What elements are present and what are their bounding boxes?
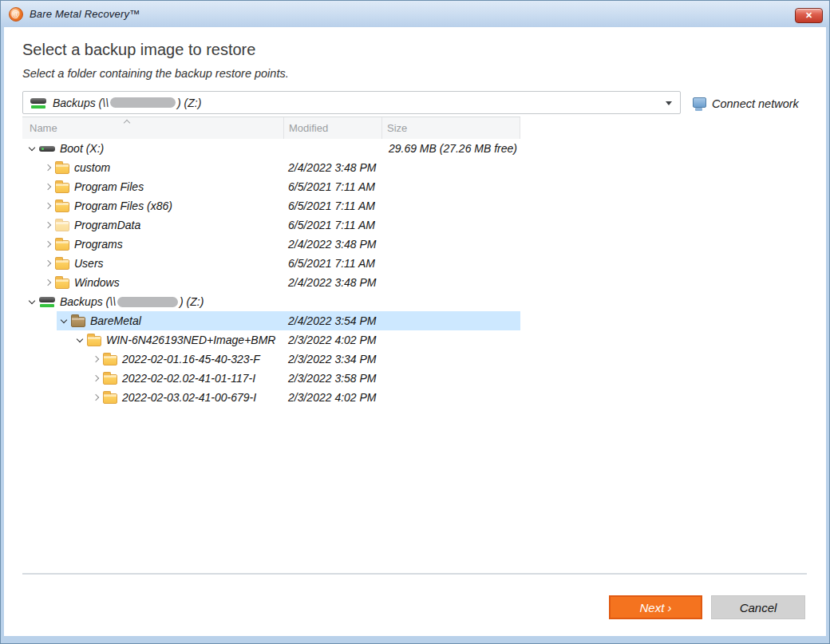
close-button[interactable]: ✕ — [795, 8, 823, 23]
name-cell: 2022-02-01.16-45-40-323-F — [22, 353, 283, 365]
tree-row[interactable]: Backups (\\) (Z:) — [22, 292, 520, 311]
expand-chevron-icon[interactable] — [45, 222, 51, 228]
folder-icon — [55, 202, 69, 212]
expand-chevron-icon[interactable] — [93, 356, 99, 362]
item-name: Windows — [74, 276, 120, 289]
item-modified: 2/3/2022 4:02 PM — [283, 391, 381, 404]
tree-row[interactable]: BareMetal 2/4/2022 3:54 PM — [22, 311, 520, 330]
page-title: Select a backup image to restore — [22, 41, 255, 59]
app-logo-icon — [9, 7, 23, 22]
expand-chevron-icon[interactable] — [29, 144, 35, 150]
item-name: Users — [74, 257, 104, 270]
item-name: BareMetal — [90, 314, 141, 327]
item-modified: 6/5/2021 7:11 AM — [283, 200, 381, 212]
connect-network-label: Connect network — [712, 97, 799, 110]
item-name: Backups (\\) (Z:) — [60, 295, 204, 308]
expand-chevron-icon[interactable] — [93, 375, 99, 381]
item-name: custom — [74, 161, 110, 174]
connect-network-button[interactable]: Connect network — [692, 94, 799, 113]
combo-dropdown-arrow-icon[interactable] — [666, 101, 672, 105]
backup-location-select[interactable]: Backups (\\ ) (Z:) — [22, 91, 681, 114]
column-header-modified[interactable]: Modified — [283, 117, 381, 139]
folder-icon — [55, 279, 69, 289]
folder-icon — [87, 336, 101, 346]
item-modified: 2/3/2022 4:02 PM — [283, 334, 381, 346]
expand-chevron-icon[interactable] — [93, 394, 99, 401]
name-cell: Windows — [22, 276, 283, 289]
folder-icon — [55, 183, 69, 193]
backup-tree-grid: Name Modified Size Boot (X:) 29.69 MB (2… — [22, 117, 520, 407]
tree-row[interactable]: ProgramData 6/5/2021 7:11 AM — [22, 215, 520, 235]
page-subtitle: Select a folder containing the backup re… — [22, 67, 289, 80]
tree-row[interactable]: Users 6/5/2021 7:11 AM — [22, 254, 520, 273]
name-cell: 2022-02-03.02-41-00-679-I — [22, 391, 283, 404]
tree-row[interactable]: Windows 2/4/2022 3:48 PM — [22, 273, 520, 292]
item-name: Program Files (x86) — [74, 200, 172, 212]
item-modified: 6/5/2021 7:11 AM — [283, 180, 381, 193]
item-name: WIN-6N426193NED+Image+BMR — [106, 334, 275, 346]
expand-chevron-icon[interactable] — [45, 279, 51, 286]
window-title: Bare Metal Recovery™ — [30, 8, 140, 20]
dialog-content: Select a backup image to restore Select … — [4, 27, 826, 636]
item-name: Programs — [74, 238, 123, 251]
drive-icon — [39, 146, 55, 152]
redacted-server-name — [110, 97, 176, 108]
tree-row[interactable]: WIN-6N426193NED+Image+BMR 2/3/2022 4:02 … — [22, 330, 520, 350]
footer-divider — [22, 573, 807, 575]
titlebar: Bare Metal Recovery™ ✕ — [1, 1, 829, 27]
name-cell: Boot (X:) — [22, 142, 283, 156]
expand-chevron-icon[interactable] — [45, 260, 51, 267]
tree-row[interactable]: custom 2/4/2022 3:48 PM — [22, 158, 520, 177]
expand-chevron-icon[interactable] — [45, 203, 51, 209]
item-modified: 2/4/2022 3:48 PM — [283, 238, 381, 251]
item-name: Boot (X:) — [60, 142, 104, 155]
item-modified: 2/3/2022 3:58 PM — [283, 372, 381, 385]
folder-faded-icon — [55, 221, 69, 231]
expand-chevron-icon[interactable] — [45, 164, 51, 171]
cancel-button[interactable]: Cancel — [711, 595, 805, 619]
expand-chevron-icon[interactable] — [61, 316, 67, 322]
item-name: 2022-02-01.16-45-40-323-F — [122, 353, 260, 365]
item-modified: 6/5/2021 7:11 AM — [283, 219, 381, 231]
tree-row[interactable]: Programs 2/4/2022 3:48 PM — [22, 235, 520, 254]
expand-chevron-icon[interactable] — [45, 241, 51, 247]
item-size: 29.69 MB (27.26 MB free) — [381, 142, 520, 155]
expand-chevron-icon[interactable] — [77, 335, 83, 342]
folder-icon — [55, 259, 69, 270]
next-button[interactable]: Next › — [609, 595, 702, 619]
item-modified: 2/4/2022 3:48 PM — [283, 161, 381, 174]
tree-row[interactable]: Program Files (x86) 6/5/2021 7:11 AM — [22, 196, 520, 215]
name-cell: custom — [22, 161, 283, 174]
folder-brown-icon — [71, 317, 85, 327]
expand-chevron-icon[interactable] — [29, 297, 35, 303]
folder-icon — [103, 355, 117, 365]
tree-row[interactable]: Boot (X:) 29.69 MB (27.26 MB free) — [22, 139, 520, 158]
item-modified: 2/4/2022 3:48 PM — [283, 276, 381, 289]
name-cell: Programs — [22, 238, 283, 251]
name-cell: ProgramData — [22, 219, 283, 231]
tree-row[interactable]: 2022-02-02.02-41-01-117-I 2/3/2022 3:58 … — [22, 369, 520, 388]
column-header-size[interactable]: Size — [381, 117, 520, 139]
item-name: 2022-02-03.02-41-00-679-I — [122, 391, 256, 404]
tree-row[interactable]: 2022-02-03.02-41-00-679-I 2/3/2022 4:02 … — [22, 388, 520, 407]
item-name: Program Files — [74, 180, 144, 193]
name-cell: Program Files (x86) — [22, 200, 283, 212]
item-modified: 6/5/2021 7:11 AM — [283, 257, 381, 270]
tree-row[interactable]: Program Files 6/5/2021 7:11 AM — [22, 177, 520, 196]
combo-value-pre: Backups (\\ — [53, 97, 109, 109]
folder-icon — [103, 393, 117, 404]
item-name: ProgramData — [74, 219, 140, 231]
redacted-server-name — [117, 297, 178, 307]
network-drive-icon — [30, 97, 46, 109]
app-window: Bare Metal Recovery™ ✕ Select a backup i… — [0, 0, 830, 644]
expand-chevron-icon[interactable] — [45, 184, 51, 190]
name-cell: BareMetal — [22, 314, 283, 327]
name-cell: Users — [22, 257, 283, 270]
folder-icon — [103, 374, 117, 385]
combo-value-post: ) (Z:) — [177, 97, 201, 109]
column-header-name[interactable]: Name — [22, 117, 283, 139]
network-computer-icon — [692, 97, 706, 111]
item-modified: 2/4/2022 3:54 PM — [283, 314, 381, 327]
network-drive-icon — [39, 296, 55, 307]
tree-row[interactable]: 2022-02-01.16-45-40-323-F 2/3/2022 3:34 … — [22, 350, 520, 369]
